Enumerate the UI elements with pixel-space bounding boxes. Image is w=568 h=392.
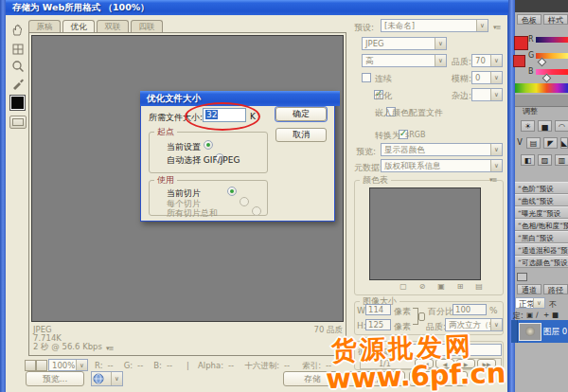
- exposure-presets-row[interactable]: “曝光度”预设: [515, 206, 568, 219]
- save-button-label: 存储: [304, 373, 321, 385]
- start-current-label[interactable]: 当前设置: [167, 141, 201, 153]
- hue-sat-presets-row[interactable]: “色相/饱和度”预设: [515, 219, 568, 231]
- toggle-slices-button[interactable]: [9, 116, 27, 129]
- eyedropper-color-swatch[interactable]: [9, 95, 26, 111]
- metadata-value: 版权和联系信息: [382, 160, 490, 171]
- zoom-in-button[interactable]: [36, 360, 47, 371]
- preview-mode-select[interactable]: 显示器颜色: [381, 143, 503, 156]
- dialog-ok-button[interactable]: 确定: [275, 107, 327, 121]
- channel-mixer-presets-row[interactable]: “通道混和器”预设: [515, 243, 568, 256]
- color-table-area[interactable]: [369, 187, 481, 280]
- photo-filter-icon[interactable]: [521, 154, 535, 166]
- tab-4up[interactable]: 四联: [131, 20, 163, 32]
- matte-select[interactable]: [471, 88, 503, 101]
- selective-color-presets-row[interactable]: “可选颜色”预设: [515, 256, 568, 268]
- g-value: --: [137, 361, 143, 372]
- lock-color-icon[interactable]: [435, 282, 447, 292]
- layer-name[interactable]: 图层 0: [543, 327, 567, 338]
- readout-divider: |: [186, 361, 189, 372]
- dialog-cancel-label: 取消: [293, 129, 310, 141]
- invert-icon[interactable]: [555, 154, 568, 166]
- preset-label: 预设:: [354, 22, 374, 34]
- progressive-checkbox[interactable]: [362, 73, 371, 82]
- green-channel-label: G: [528, 51, 534, 60]
- width-input[interactable]: 114: [365, 304, 391, 315]
- tab-original[interactable]: 原稿: [28, 20, 61, 32]
- curves-presets-row[interactable]: “曲线”预设: [515, 194, 568, 206]
- blur-select[interactable]: 0: [471, 71, 503, 84]
- layer-row[interactable]: 图层 0: [511, 320, 568, 343]
- lock-all-icon[interactable]: ■: [552, 311, 559, 319]
- zoom-level-select[interactable]: 100%: [48, 359, 88, 371]
- layer-thumbnail[interactable]: [519, 323, 541, 341]
- tab-styles[interactable]: 样式: [543, 14, 568, 25]
- start-auto-label[interactable]: 自动选择 GIF/JPEG: [167, 154, 240, 167]
- tab-adjustments[interactable]: 调整: [523, 106, 538, 116]
- lock-transparency-icon[interactable]: ▣: [526, 311, 533, 319]
- compression-select[interactable]: 高: [362, 54, 447, 67]
- web-shift-colors-icon[interactable]: [417, 282, 428, 292]
- blend-mode-select[interactable]: 正常: [515, 297, 545, 309]
- lock-pixels-icon[interactable]: ∕: [536, 311, 539, 319]
- tab-swatches[interactable]: 色板: [517, 14, 541, 25]
- tab-channels[interactable]: 通道: [517, 284, 541, 294]
- preview-in-browser-button[interactable]: 预览...: [26, 371, 84, 386]
- vibrance-icon[interactable]: [515, 137, 524, 149]
- download-speed-menu-icon[interactable]: [106, 343, 113, 352]
- embed-profile-label: 嵌入颜色配置文件: [375, 107, 443, 119]
- brightness-contrast-icon[interactable]: [521, 120, 535, 132]
- levels-presets-row[interactable]: “色阶”预设: [515, 182, 568, 194]
- chevron-down-icon: [490, 160, 502, 171]
- eyedropper-tool[interactable]: [10, 76, 26, 91]
- red-slider[interactable]: [536, 37, 568, 43]
- layer-thumbnail-art: [525, 327, 535, 336]
- zoom-tool[interactable]: [10, 59, 26, 74]
- red-channel-label: R: [528, 35, 534, 44]
- use-total-slices-label: 所有切片总和: [167, 207, 218, 220]
- percent-input[interactable]: 100: [453, 304, 487, 315]
- blue-slider[interactable]: [536, 69, 568, 75]
- hex-label: 十六进制:: [244, 361, 279, 372]
- preset-select[interactable]: [未命名]: [381, 19, 488, 32]
- black-white-presets-row[interactable]: “黑白”预设: [515, 231, 568, 243]
- start-with-label: 起点: [154, 126, 177, 138]
- levels-icon[interactable]: [538, 120, 552, 132]
- new-color-icon[interactable]: [454, 282, 466, 292]
- start-current-radio[interactable]: [204, 140, 213, 150]
- chevron-down-icon: [111, 372, 122, 385]
- format-select[interactable]: JPEG: [362, 37, 447, 50]
- black-white-icon[interactable]: [560, 137, 568, 149]
- select-colors-icon[interactable]: [398, 282, 409, 292]
- background-color-swatch[interactable]: [513, 55, 525, 67]
- hand-tool[interactable]: [10, 23, 26, 38]
- browser-select[interactable]: [91, 371, 123, 386]
- height-input[interactable]: 125: [365, 319, 391, 330]
- dialog-cancel-button[interactable]: 取消: [275, 128, 327, 142]
- foreground-color-swatch[interactable]: [514, 36, 528, 50]
- panel-corner-icon[interactable]: [517, 273, 527, 281]
- optimize-menu-icon[interactable]: [493, 22, 500, 31]
- chevron-down-icon: [435, 38, 446, 49]
- window-titlebar[interactable]: 存储为 Web所用格式 （100%）: [6, 0, 515, 15]
- delete-color-icon[interactable]: [473, 282, 485, 292]
- color-spectrum-ramp[interactable]: [515, 83, 568, 93]
- hue-saturation-icon[interactable]: [526, 137, 541, 149]
- color-table-menu-icon[interactable]: [489, 174, 496, 184]
- browser-preview-icon: [92, 372, 111, 385]
- zoom-level-value: 100%: [49, 360, 76, 370]
- quality-select[interactable]: 70: [471, 54, 503, 67]
- tab-paths[interactable]: 路径: [543, 284, 568, 294]
- layer-visibility-cell[interactable]: [511, 320, 518, 343]
- color-balance-icon[interactable]: [543, 137, 558, 149]
- lock-position-icon[interactable]: +: [543, 311, 549, 319]
- quality-label: 品质:: [452, 56, 471, 68]
- opacity-label-cut: 不: [549, 299, 557, 310]
- tab-2up[interactable]: 双联: [97, 20, 129, 32]
- tab-optimized[interactable]: 优化: [62, 20, 95, 32]
- slice-select-tool[interactable]: [10, 42, 26, 57]
- preview-mode-value: 显示器颜色: [382, 144, 490, 155]
- channel-mixer-icon[interactable]: [538, 154, 552, 166]
- metadata-select[interactable]: 版权和联系信息: [381, 159, 503, 172]
- zoom-out-button[interactable]: [25, 360, 36, 371]
- curves-icon[interactable]: [555, 120, 568, 132]
